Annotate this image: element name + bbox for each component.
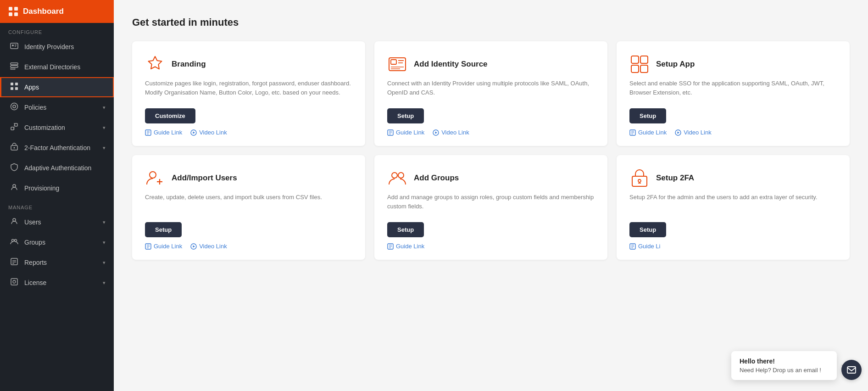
svg-rect-64	[847, 367, 856, 373]
user-icon	[10, 217, 19, 227]
svg-rect-18	[15, 123, 17, 126]
list-icon	[10, 62, 19, 72]
sidebar-header: Dashboard	[0, 0, 114, 23]
chat-fab-button[interactable]	[841, 360, 862, 380]
guide-link-identity-source[interactable]: Guide Link	[387, 129, 424, 136]
svg-marker-43	[435, 131, 438, 134]
card-title-identity-source: Add Identity Source	[414, 60, 488, 69]
customize-icon	[10, 123, 19, 133]
sidebar-item-identity-providers[interactable]: Identity Providers	[0, 37, 114, 57]
card-desc-add-groups: Add and manage groups to assign roles, g…	[387, 193, 595, 215]
video-link-identity-source[interactable]: Video Link	[433, 129, 469, 136]
sidebar-item-policies[interactable]: Policies ▾	[0, 97, 114, 117]
svg-rect-36	[391, 60, 396, 64]
svg-rect-17	[11, 127, 14, 130]
guide-link-setup-app[interactable]: Guide Link	[629, 129, 667, 136]
svg-point-61	[638, 179, 641, 182]
sidebar-item-2fa[interactable]: 2-Factor Authentication ▾	[0, 138, 114, 158]
svg-rect-11	[11, 83, 13, 85]
svg-marker-50	[678, 131, 680, 134]
svg-rect-12	[15, 83, 18, 85]
sidebar-item-adaptive-auth[interactable]: Adaptive Authentication	[0, 158, 114, 178]
guide-link-add-groups[interactable]: Guide Link	[387, 243, 424, 250]
svg-rect-46	[631, 65, 639, 73]
setup-button-identity-source[interactable]: Setup	[387, 108, 424, 123]
guide-link-branding[interactable]: Guide Link	[145, 129, 182, 136]
sidebar-label-policies: Policies	[24, 104, 97, 111]
shield-icon	[10, 163, 19, 173]
group-icon	[10, 237, 19, 247]
sidebar-item-reports[interactable]: Reports ▾	[0, 252, 114, 273]
video-link-branding[interactable]: Video Link	[190, 129, 227, 136]
svg-rect-26	[11, 258, 17, 265]
cards-grid: Branding Customize pages like login, reg…	[132, 41, 850, 260]
svg-rect-5	[12, 45, 14, 46]
guide-link-setup-2fa[interactable]: Guide Li	[629, 243, 660, 250]
setup-button-2fa[interactable]: Setup	[629, 222, 666, 237]
chevron-down-icon: ▾	[103, 105, 106, 111]
svg-rect-3	[14, 12, 18, 16]
sidebar-item-users[interactable]: Users ▾	[0, 212, 114, 232]
setup-button-app[interactable]: Setup	[629, 108, 666, 123]
mail-icon	[846, 365, 857, 375]
svg-rect-10	[11, 68, 15, 70]
add-user-icon	[145, 168, 165, 188]
svg-point-16	[13, 105, 16, 108]
guide-icon	[145, 243, 151, 250]
setup-app-icon	[629, 54, 650, 74]
chat-popup-title: Hello there!	[740, 357, 829, 365]
card-desc-add-users: Create, update, delete users, and import…	[145, 193, 352, 215]
card-links-setup-app: Guide Link Video Link	[629, 129, 837, 136]
card-title-setup-app: Setup App	[656, 60, 695, 69]
card-setup-2fa: Setup 2FA Setup 2FA for the admin and th…	[617, 155, 850, 260]
setup-button-users[interactable]: Setup	[145, 222, 182, 237]
card-header-setup-app: Setup App	[629, 54, 837, 74]
guide-icon	[629, 129, 636, 136]
svg-rect-44	[631, 56, 639, 63]
svg-rect-60	[632, 176, 647, 186]
customize-button[interactable]: Customize	[145, 108, 195, 123]
video-icon	[433, 129, 439, 136]
sidebar-item-customization[interactable]: Customization ▾	[0, 117, 114, 138]
sidebar-title: Dashboard	[23, 7, 64, 16]
guide-link-add-users[interactable]: Guide Link	[145, 243, 182, 250]
policy-icon	[10, 102, 19, 112]
card-links-branding: Guide Link Video Link	[145, 129, 352, 136]
guide-icon	[145, 129, 151, 136]
svg-rect-4	[11, 43, 18, 49]
apps-icon	[10, 82, 19, 92]
card-title-setup-2fa: Setup 2FA	[656, 173, 694, 183]
card-desc-setup-app: Select and enable SSO for the applicatio…	[629, 79, 837, 101]
chevron-down-icon: ▾	[103, 240, 106, 246]
id-icon	[10, 42, 19, 52]
sidebar-item-apps[interactable]: Apps	[0, 77, 114, 97]
guide-icon	[387, 129, 394, 136]
video-link-setup-app[interactable]: Video Link	[675, 129, 711, 136]
card-add-groups: Add Groups Add and manage groups to assi…	[374, 155, 607, 260]
sidebar-item-provisioning[interactable]: Provisioning	[0, 178, 114, 198]
chevron-down-icon: ▾	[103, 125, 106, 131]
sidebar-item-external-directories[interactable]: External Directories	[0, 57, 114, 77]
sidebar-item-groups[interactable]: Groups ▾	[0, 232, 114, 252]
card-title-add-users: Add/Import Users	[172, 173, 237, 183]
chevron-down-icon: ▾	[103, 145, 106, 151]
guide-icon	[387, 243, 394, 250]
section-label-configure: Configure	[0, 23, 114, 37]
svg-rect-45	[640, 56, 648, 63]
svg-point-15	[11, 103, 18, 110]
video-link-add-users[interactable]: Video Link	[190, 243, 227, 250]
svg-point-31	[13, 280, 16, 283]
video-icon	[675, 129, 681, 136]
setup-button-groups[interactable]: Setup	[387, 222, 424, 237]
card-links-setup-2fa: Guide Li	[629, 243, 837, 250]
svg-point-58	[398, 173, 404, 178]
card-links-add-groups: Guide Link	[387, 243, 595, 250]
card-desc-branding: Customize pages like login, registration…	[145, 79, 352, 101]
svg-rect-9	[11, 66, 18, 67]
page-title: Get started in minutes	[132, 17, 850, 28]
card-add-import-users: Add/Import Users Create, update, delete …	[132, 155, 365, 260]
svg-point-23	[13, 218, 16, 221]
sidebar-item-license[interactable]: License ▾	[0, 273, 114, 293]
chevron-down-icon: ▾	[103, 280, 106, 286]
svg-rect-0	[9, 7, 12, 11]
